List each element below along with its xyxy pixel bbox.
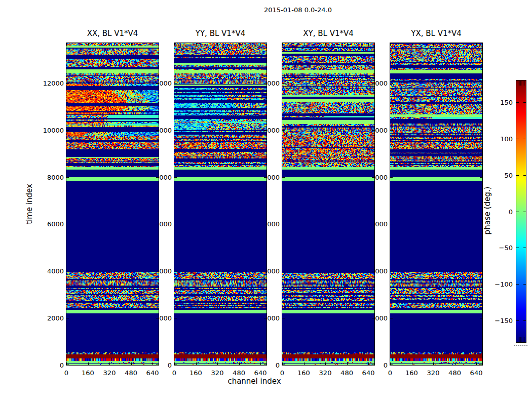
x-axis-label: channel index xyxy=(199,377,310,386)
x-tick-label: 320 xyxy=(206,369,229,377)
x-tick-label: 640 xyxy=(249,369,272,377)
subplot-yx: YX, BL V1*V4 020004000600080001000012000… xyxy=(390,43,483,366)
subplot-yy: YY, BL V1*V4 020004000600080001000012000… xyxy=(174,43,267,366)
colorbar-tick-label: 50 xyxy=(487,172,513,179)
colorbar: 150100500−50−100−150 xyxy=(516,80,526,343)
y-tick-label: 8000 xyxy=(33,174,64,181)
x-tick-label: 480 xyxy=(444,369,466,377)
y-tick-label: 12000 xyxy=(33,79,64,87)
subplot-title-xx: XX, BL V1*V4 xyxy=(56,29,169,38)
colorbar-tick-label: −100 xyxy=(487,280,513,288)
x-tick-label: 480 xyxy=(228,369,250,377)
colorbar-tick-label: 100 xyxy=(487,135,513,143)
x-tick-label: 0 xyxy=(379,369,401,377)
subplot-title-xy: XY, BL V1*V4 xyxy=(272,29,385,38)
subplot-xx: XX, BL V1*V4 020004000600080001000012000… xyxy=(66,43,159,366)
x-tick-label: 320 xyxy=(422,369,444,377)
subplot-title-yx: YX, BL V1*V4 xyxy=(380,29,492,38)
x-tick-label: 640 xyxy=(141,369,164,377)
x-tick-label: 640 xyxy=(357,369,379,377)
x-tick-label: 480 xyxy=(336,369,358,377)
x-tick-label: 0 xyxy=(55,369,78,377)
y-tick-label: 4000 xyxy=(33,267,64,275)
y-tick-label: 0 xyxy=(33,361,64,369)
colorbar-end-marker xyxy=(514,345,527,346)
y-tick-label: 6000 xyxy=(33,220,64,228)
y-axis-label: time index xyxy=(25,174,34,234)
colorbar-label: phase (deg.) xyxy=(483,180,492,241)
colorbar-tick-label: −50 xyxy=(487,244,513,252)
x-tick-label: 480 xyxy=(120,369,142,377)
figure: 2015-01-08 0.0-24.0 time index channel i… xyxy=(0,0,532,405)
x-tick-label: 0 xyxy=(163,369,185,377)
colorbar-tick-label: 150 xyxy=(487,99,513,106)
x-tick-label: 160 xyxy=(401,369,423,377)
x-tick-label: 0 xyxy=(271,369,293,377)
subplot-xy: XY, BL V1*V4 020004000600080001000012000… xyxy=(282,43,375,366)
colorbar-tick-label: −150 xyxy=(487,317,513,325)
heatmap-canvas-yx xyxy=(390,43,482,365)
y-tick-label: 10000 xyxy=(33,127,64,134)
y-tick-label: 2000 xyxy=(33,314,64,322)
x-tick-label: 160 xyxy=(185,369,207,377)
x-tick-label: 320 xyxy=(314,369,336,377)
heatmap-canvas-xy xyxy=(282,43,374,365)
x-tick-label: 320 xyxy=(98,369,121,377)
x-tick-label: 160 xyxy=(293,369,315,377)
x-tick-label: 640 xyxy=(465,369,487,377)
heatmap-canvas-yy xyxy=(174,43,267,365)
colorbar-gradient-canvas xyxy=(516,80,526,342)
figure-title: 2015-01-08 0.0-24.0 xyxy=(222,6,374,14)
x-tick-label: 160 xyxy=(77,369,99,377)
heatmap-canvas-xx xyxy=(66,43,159,365)
subplot-title-yy: YY, BL V1*V4 xyxy=(164,29,277,38)
